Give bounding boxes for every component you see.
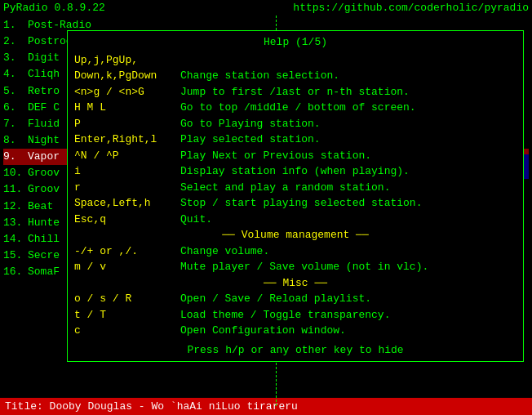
help-row: m / vMute player / Save volume (not in v… bbox=[74, 259, 516, 275]
station-num: 2. bbox=[3, 33, 28, 50]
station-num: 6. bbox=[3, 100, 28, 116]
help-key: Space,Left,h bbox=[74, 195, 180, 212]
help-key: ^N / ^P bbox=[74, 148, 180, 164]
help-desc: Open Configuration window. bbox=[180, 323, 346, 339]
help-row: iDisplay station info (when playing). bbox=[74, 163, 516, 180]
help-desc: Select and play a random station. bbox=[180, 180, 390, 196]
help-row: ^N / ^PPlay Next or Previous station. bbox=[74, 148, 516, 164]
help-desc: Change volume. bbox=[180, 243, 269, 260]
help-key: -/+ or ,/. bbox=[74, 243, 180, 260]
station-name: Vapor bbox=[28, 149, 60, 165]
station-name: DEF C bbox=[28, 100, 60, 116]
help-row: o / s / ROpen / Save / Reload playlist. bbox=[74, 291, 516, 307]
station-name: Beat bbox=[28, 199, 53, 215]
station-name: Hunte bbox=[28, 215, 60, 231]
station-num: 12. bbox=[3, 199, 28, 215]
station-name: Fluid bbox=[28, 116, 60, 132]
help-overlay: Help (1/5) Up,j,PgUp,Down,k,PgDownChange… bbox=[67, 30, 524, 362]
station-num: 10. bbox=[3, 165, 28, 181]
station-num: 16. bbox=[3, 264, 28, 280]
help-key: H M L bbox=[74, 100, 180, 116]
help-desc: Display station info (when playing). bbox=[180, 163, 410, 180]
top-bar: PyRadio 0.8.9.22 https://github.com/code… bbox=[0, 0, 532, 16]
station-num: 15. bbox=[3, 248, 28, 264]
station-num: 13. bbox=[3, 215, 28, 231]
help-row: H M LGo to top /middle / bottom of scree… bbox=[74, 100, 516, 116]
station-name: Groov bbox=[28, 181, 60, 198]
help-desc: Load theme / Toggle transparency. bbox=[180, 307, 390, 324]
help-key: <n>g / <n>G bbox=[74, 84, 180, 100]
station-name: Groov bbox=[28, 165, 60, 181]
now-playing: Title: Dooby Douglas - Wo `haAi niLuo ti… bbox=[5, 400, 298, 413]
help-row: Down,k,PgDownChange station selection. bbox=[74, 68, 516, 84]
main-area: 1. Post-Radio2. Postrocks.me3. Digit4. C… bbox=[0, 16, 532, 398]
app-title: PyRadio 0.8.9.22 bbox=[3, 2, 105, 14]
help-key: i bbox=[74, 163, 180, 180]
station-num: 11. bbox=[3, 181, 28, 198]
misc-rows: o / s / ROpen / Save / Reload playlist.t… bbox=[74, 291, 516, 339]
help-desc: Open / Save / Reload playlist. bbox=[180, 291, 371, 307]
help-desc: Mute player / Save volume (not in vlc). bbox=[180, 259, 428, 275]
station-name: SomaF bbox=[28, 264, 60, 280]
help-key: m / v bbox=[74, 259, 180, 275]
help-row: Space,Left,hStop / start playing selecte… bbox=[74, 195, 516, 212]
help-desc: Play Next or Previous station. bbox=[180, 148, 371, 164]
help-desc: Stop / start playing selected station. bbox=[180, 195, 422, 212]
help-key: P bbox=[74, 116, 180, 132]
station-num: 4. bbox=[3, 66, 28, 83]
help-row: <n>g / <n>GJump to first /last or n-th s… bbox=[74, 84, 516, 100]
help-row: cOpen Configuration window. bbox=[74, 323, 516, 339]
help-key: Down,k,PgDown bbox=[74, 68, 180, 84]
help-desc: Go to Playing station. bbox=[180, 116, 321, 132]
station-name: Chill bbox=[28, 231, 60, 248]
station-num: 3. bbox=[3, 50, 28, 66]
help-row: Enter,Right,lPlay selected station. bbox=[74, 132, 516, 148]
help-key: Enter,Right,l bbox=[74, 132, 180, 148]
help-row: Esc,qQuit. bbox=[74, 212, 516, 228]
app: PyRadio 0.8.9.22 https://github.com/code… bbox=[0, 0, 532, 415]
station-num: 9. bbox=[3, 149, 28, 165]
help-row: rSelect and play a random station. bbox=[74, 180, 516, 196]
station-num: 8. bbox=[3, 132, 28, 149]
volume-section-title: ── Volume management ── bbox=[74, 227, 516, 243]
help-desc: Play selected station. bbox=[180, 132, 321, 148]
help-key: Up,j,PgUp, bbox=[74, 52, 180, 69]
app-url: https://github.com/coderholic/pyradio bbox=[293, 2, 529, 14]
help-rows: Up,j,PgUp,Down,k,PgDownChange station se… bbox=[74, 52, 516, 228]
station-name: Cliqh bbox=[28, 66, 60, 83]
station-num: 5. bbox=[3, 83, 28, 100]
help-key: o / s / R bbox=[74, 291, 180, 307]
help-row: PGo to Playing station. bbox=[74, 116, 516, 132]
volume-rows: -/+ or ,/.Change volume.m / vMute player… bbox=[74, 243, 516, 275]
station-num: 14. bbox=[3, 231, 28, 248]
help-row: t / TLoad theme / Toggle transparency. bbox=[74, 307, 516, 324]
bottom-bar: Title: Dooby Douglas - Wo `haAi niLuo ti… bbox=[0, 398, 532, 415]
misc-section-title: ── Misc ── bbox=[74, 275, 516, 292]
help-row: Up,j,PgUp, bbox=[74, 52, 516, 69]
station-num: 1. bbox=[3, 17, 28, 33]
station-name: Night bbox=[28, 132, 60, 149]
station-name: Secre bbox=[28, 248, 60, 264]
station-num: 7. bbox=[3, 116, 28, 132]
help-desc: Change station selection. bbox=[180, 68, 339, 84]
station-name: Retro bbox=[28, 83, 60, 100]
help-key: t / T bbox=[74, 307, 180, 324]
help-footer: Press h/p or any other key to hide bbox=[74, 342, 516, 359]
help-row: -/+ or ,/.Change volume. bbox=[74, 243, 516, 260]
help-desc: Go to top /middle / bottom of screen. bbox=[180, 100, 416, 116]
help-title: Help (1/5) bbox=[74, 34, 516, 51]
help-desc: Quit. bbox=[180, 212, 212, 228]
station-name: Digit bbox=[28, 50, 60, 66]
help-key: Esc,q bbox=[74, 212, 180, 228]
help-key: r bbox=[74, 180, 180, 196]
help-key: c bbox=[74, 323, 180, 339]
help-desc: Jump to first /last or n-th station. bbox=[180, 84, 410, 100]
